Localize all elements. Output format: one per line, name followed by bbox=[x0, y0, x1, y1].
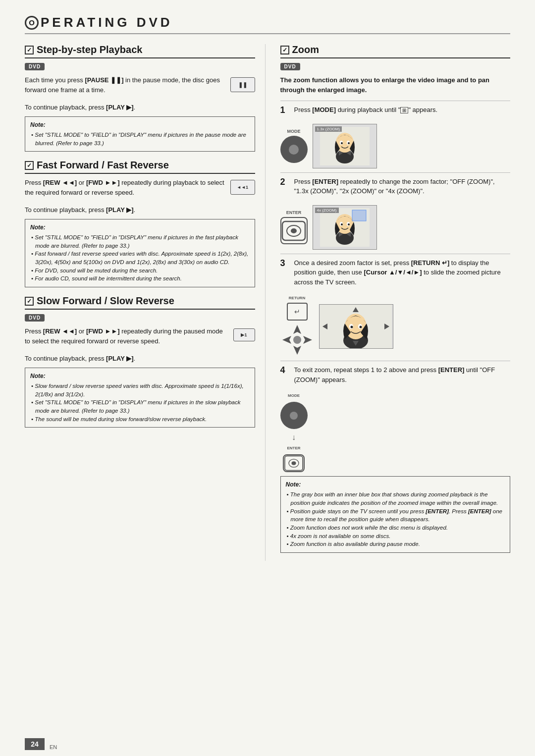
svg-point-19 bbox=[341, 223, 343, 225]
step1-images: MODE 1.3x (ZOOM) bbox=[280, 124, 511, 168]
pause-icon: ❚❚ bbox=[230, 77, 255, 92]
step3-row: 3 Once a desired zoom factor is set, pre… bbox=[280, 258, 511, 291]
svg-marker-24 bbox=[282, 336, 291, 344]
checkbox-icon-2: ✓ bbox=[25, 161, 34, 170]
checkbox-icon-1: ✓ bbox=[25, 46, 34, 54]
step1-text: Press [MODE] during playback until "⊞" a… bbox=[294, 105, 511, 115]
fast-forward-continue: To continue playback, press [PLAY ▶]. bbox=[25, 205, 255, 215]
slow-icon: ▶1 bbox=[233, 328, 255, 341]
step1-mode-area: MODE bbox=[280, 129, 308, 163]
step-by-step-text: Each time you press [PAUSE ❚❚] in the pa… bbox=[25, 75, 225, 95]
step2-num: 2 bbox=[280, 177, 289, 187]
dvd-badge-3: DVD bbox=[25, 314, 45, 322]
mode-label: MODE bbox=[287, 129, 301, 134]
step2-section: 2 Press [ENTER] repeatedly to change the… bbox=[280, 172, 511, 250]
page-lang: EN bbox=[50, 744, 57, 750]
svg-point-39 bbox=[290, 412, 298, 420]
step2-screen: 4x (ZOOM) bbox=[313, 205, 377, 250]
step2-images: ENTER 4x (ZOOM) bbox=[280, 205, 511, 250]
page: O PERATING DVD ✓ Step-by-step Playback D… bbox=[0, 0, 535, 756]
fast-icon: ◄◄1 bbox=[230, 180, 255, 195]
dvd-badge-zoom: DVD bbox=[280, 63, 300, 70]
enter-label: ENTER bbox=[286, 210, 302, 215]
svg-point-12 bbox=[291, 228, 297, 233]
svg-point-32 bbox=[351, 325, 353, 328]
step-by-step-title: ✓ Step-by-step Playback bbox=[25, 44, 255, 58]
slow-forward-title: ✓ Slow Forward / Slow Reverse bbox=[25, 295, 255, 310]
step3-num: 3 bbox=[280, 258, 289, 269]
return-btn: ↵ bbox=[287, 303, 308, 321]
step1-section: 1 Press [MODE] during playback until "⊞"… bbox=[280, 101, 511, 168]
mode-button-img bbox=[280, 136, 308, 163]
zoom-pan-girl bbox=[320, 305, 392, 348]
svg-point-42 bbox=[291, 461, 296, 465]
section-slow-forward: ✓ Slow Forward / Slow Reverse DVD Press … bbox=[25, 295, 255, 428]
step4-controls: MODE ↓ ENTER bbox=[280, 393, 308, 472]
svg-point-1 bbox=[289, 145, 299, 155]
header-circle-o: O bbox=[25, 16, 39, 30]
zoom-title: ✓ Zoom bbox=[280, 44, 511, 58]
return-label: RETURN bbox=[289, 296, 305, 300]
step2-enter-area: ENTER bbox=[280, 210, 308, 244]
fast-forward-title: ✓ Fast Forward / Fast Reverse bbox=[25, 160, 255, 174]
step3-controls: RETURN ↵ bbox=[280, 296, 314, 357]
step4-text: To exit zoom, repeat steps 1 to 2 above … bbox=[294, 365, 511, 384]
step3-images: RETURN ↵ bbox=[280, 296, 511, 357]
zoom-girl-2 bbox=[320, 208, 370, 247]
enter-button-img-4 bbox=[283, 454, 305, 472]
step1-row: 1 Press [MODE] during playback until "⊞"… bbox=[280, 105, 511, 119]
zoom-note: Note: The gray box with an inner blue bo… bbox=[280, 476, 511, 553]
fast-forward-note: Note: Set "STILL MODE" to "FIELD" in "DI… bbox=[25, 219, 255, 287]
step2-text: Press [ENTER] repeatedly to change the z… bbox=[294, 177, 511, 196]
svg-point-9 bbox=[348, 142, 350, 144]
svg-marker-23 bbox=[293, 346, 301, 355]
dvd-badge-1: DVD bbox=[25, 63, 45, 70]
mode-label-4: MODE bbox=[288, 393, 300, 398]
zoom-intro: The zoom function allows you to enlarge … bbox=[280, 75, 511, 95]
arrow-down-4: ↓ bbox=[292, 433, 296, 442]
section-step-by-step: ✓ Step-by-step Playback DVD Each time yo… bbox=[25, 44, 255, 152]
slow-forward-note: Note: Slow forward / slow reverse speed … bbox=[25, 368, 255, 428]
slow-forward-continue: To continue playback, press [PLAY ▶]. bbox=[25, 354, 255, 364]
page-header: O PERATING DVD bbox=[25, 15, 510, 34]
right-column: ✓ Zoom DVD The zoom function allows you … bbox=[280, 44, 511, 561]
slow-forward-text: Press [REW ◄◄] or [FWD ►►] repeatedly du… bbox=[25, 326, 228, 346]
step4-images: MODE ↓ ENTER bbox=[280, 393, 511, 472]
svg-point-8 bbox=[341, 142, 343, 144]
step-by-step-body: Each time you press [PAUSE ❚❚] in the pa… bbox=[25, 75, 255, 99]
mode-button-img-4 bbox=[280, 402, 308, 429]
enter-label-4: ENTER bbox=[287, 446, 300, 450]
slow-forward-body: Press [REW ◄◄] or [FWD ►►] repeatedly du… bbox=[25, 326, 255, 350]
page-number: 24 bbox=[25, 738, 45, 750]
checkbox-icon-3: ✓ bbox=[25, 297, 34, 306]
svg-marker-25 bbox=[303, 336, 312, 344]
section-fast-forward: ✓ Fast Forward / Fast Reverse Press [REW… bbox=[25, 160, 255, 287]
step2-screen-label: 4x (ZOOM) bbox=[315, 208, 339, 213]
svg-marker-22 bbox=[293, 325, 301, 334]
step-by-step-note: Note: Set "STILL MODE" to "FIELD" in "DI… bbox=[25, 116, 255, 152]
step3-text: Once a desired zoom factor is set, press… bbox=[294, 258, 511, 287]
section-zoom: ✓ Zoom DVD The zoom function allows you … bbox=[280, 44, 511, 553]
step3-section: 3 Once a desired zoom factor is set, pre… bbox=[280, 254, 511, 357]
left-column: ✓ Step-by-step Playback DVD Each time yo… bbox=[25, 44, 266, 561]
svg-rect-21 bbox=[352, 210, 366, 221]
step3-screen bbox=[319, 304, 393, 349]
header-title: PERATING DVD bbox=[41, 15, 173, 30]
svg-point-33 bbox=[360, 325, 362, 328]
cursor-cross-svg bbox=[280, 323, 314, 357]
step1-num: 1 bbox=[280, 105, 289, 115]
svg-point-26 bbox=[293, 336, 301, 344]
enter-button-img bbox=[280, 217, 308, 244]
step4-section: 4 To exit zoom, repeat steps 1 to 2 abov… bbox=[280, 361, 511, 472]
fast-forward-text: Press [REW ◄◄] or [FWD ►►] repeatedly du… bbox=[25, 178, 225, 197]
step4-num: 4 bbox=[280, 365, 289, 376]
svg-point-20 bbox=[348, 223, 350, 225]
main-columns: ✓ Step-by-step Playback DVD Each time yo… bbox=[25, 44, 510, 561]
checkbox-icon-zoom: ✓ bbox=[280, 46, 289, 54]
step2-row: 2 Press [ENTER] repeatedly to change the… bbox=[280, 177, 511, 200]
step-by-step-continue: To continue playback, press [PLAY ▶]. bbox=[25, 103, 255, 112]
fast-forward-body: Press [REW ◄◄] or [FWD ►►] repeatedly du… bbox=[25, 178, 255, 201]
step1-screen-label: 1.3x (ZOOM) bbox=[315, 126, 342, 132]
step4-row: 4 To exit zoom, repeat steps 1 to 2 abov… bbox=[280, 365, 511, 388]
step1-screen: 1.3x (ZOOM) bbox=[313, 124, 377, 168]
